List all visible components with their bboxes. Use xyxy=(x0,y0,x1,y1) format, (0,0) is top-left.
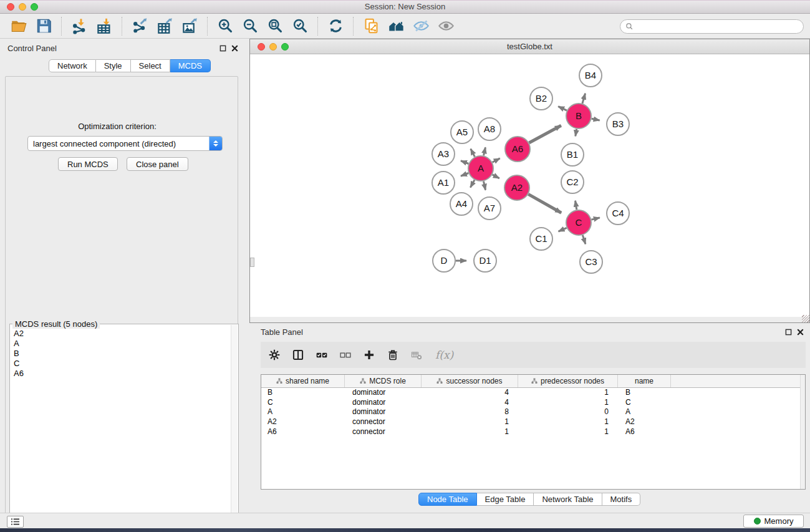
mcds-result-item[interactable]: C xyxy=(10,358,231,368)
table-cell[interactable]: 0 xyxy=(518,407,618,417)
graph-node-A6[interactable]: A6 xyxy=(505,137,530,162)
table-cell[interactable]: B xyxy=(618,388,671,398)
graph-node-A7[interactable]: A7 xyxy=(478,197,501,220)
function-builder-button[interactable]: f(x) xyxy=(432,349,453,361)
table-cell[interactable]: A6 xyxy=(618,427,671,437)
graph-node-C[interactable]: C xyxy=(566,210,591,235)
table-settings-button[interactable] xyxy=(266,346,283,364)
resize-corner-icon[interactable] xyxy=(802,315,809,322)
graph-node-A8[interactable]: A8 xyxy=(478,118,501,140)
graph-node-A[interactable]: A xyxy=(468,156,493,181)
graph-node-B1[interactable]: B1 xyxy=(561,143,584,166)
save-session-button[interactable] xyxy=(31,16,56,37)
mcds-result-item[interactable]: A xyxy=(10,338,231,348)
graph-edge-C-C1[interactable] xyxy=(559,228,567,231)
close-panel-button[interactable]: Close panel xyxy=(127,157,188,171)
table-cell[interactable]: 1 xyxy=(518,427,618,437)
float-panel-icon[interactable] xyxy=(219,45,226,52)
table-cell[interactable]: 1 xyxy=(422,427,518,437)
network-canvas[interactable]: AA5A8A3A1A4A7A6A2BB2B4B3B1CC2C4C1C3DD1 xyxy=(250,54,809,317)
graph-node-C4[interactable]: C4 xyxy=(607,202,629,225)
export-image-button[interactable] xyxy=(177,16,202,37)
table-row[interactable]: Bdominator41B xyxy=(261,388,805,398)
graph-edge-A-A3[interactable] xyxy=(461,161,468,164)
table-cell[interactable]: 8 xyxy=(422,407,518,417)
graph-edge-B-B2[interactable] xyxy=(558,107,567,110)
graph-edge-A-A4[interactable] xyxy=(470,180,475,187)
table-cell[interactable]: 1 xyxy=(518,398,618,408)
tab-style[interactable]: Style xyxy=(96,59,131,72)
run-mcds-button[interactable]: Run MCDS xyxy=(58,157,118,171)
unselect-all-columns-button[interactable] xyxy=(337,346,354,364)
memory-button[interactable]: Memory xyxy=(743,515,804,528)
graph-node-B2[interactable]: B2 xyxy=(530,87,552,110)
homes-button[interactable] xyxy=(383,16,408,37)
column-header-MCDS-role[interactable]: MCDS role xyxy=(345,375,422,387)
close-panel-icon[interactable] xyxy=(231,45,238,52)
mcds-result-item[interactable]: A2 xyxy=(10,328,231,338)
graph-edge-C-C4[interactable] xyxy=(591,218,599,220)
graph-node-D1[interactable]: D1 xyxy=(474,249,496,272)
table-cell[interactable]: A2 xyxy=(261,417,345,427)
table-cell[interactable]: connector xyxy=(345,417,422,427)
graph-node-C2[interactable]: C2 xyxy=(561,171,584,193)
import-network-button[interactable] xyxy=(67,16,92,37)
tab-select[interactable]: Select xyxy=(131,59,170,72)
graph-edge-B-B4[interactable] xyxy=(582,94,586,104)
table-cell[interactable]: B xyxy=(261,388,345,398)
graph-edge-A6-B[interactable] xyxy=(529,125,561,143)
export-table-button[interactable] xyxy=(152,16,177,37)
eye-button[interactable] xyxy=(433,16,458,37)
table-cell[interactable]: A6 xyxy=(261,427,345,437)
graph-node-A1[interactable]: A1 xyxy=(432,172,455,194)
graph-edge-B-B1[interactable] xyxy=(576,129,577,137)
table-row[interactable]: Adominator80A xyxy=(261,407,805,417)
graph-edge-A-A7[interactable] xyxy=(483,181,485,190)
table-cell[interactable]: C xyxy=(261,398,345,408)
tab-motifs[interactable]: Motifs xyxy=(602,493,641,506)
graph-node-B[interactable]: B xyxy=(566,104,591,128)
delete-columns-button[interactable] xyxy=(384,346,402,364)
graph-edge-A-A6[interactable] xyxy=(493,158,500,162)
graph-edge-A-A8[interactable] xyxy=(484,147,486,155)
network-graph[interactable]: AA5A8A3A1A4A7A6A2BB2B4B3B1CC2C4C1C3DD1 xyxy=(250,54,809,317)
zoom-selected-button[interactable] xyxy=(287,16,312,37)
table-cell[interactable]: 4 xyxy=(422,398,518,408)
tab-mcds[interactable]: MCDS xyxy=(170,59,211,72)
graph-edge-A-A1[interactable] xyxy=(461,173,468,177)
zoom-fit-button[interactable] xyxy=(263,16,287,37)
tab-edge-table[interactable]: Edge Table xyxy=(477,493,534,506)
graph-edge-B-B3[interactable] xyxy=(592,118,600,120)
network-window-titlebar[interactable]: testGlobe.txt xyxy=(250,39,809,54)
float-panel-icon[interactable] xyxy=(785,329,792,336)
task-history-button[interactable] xyxy=(7,516,24,528)
graph-edge-C-C2[interactable] xyxy=(576,201,577,210)
mcds-result-item[interactable]: A6 xyxy=(10,368,231,378)
table-cell[interactable]: C xyxy=(618,398,671,408)
table-row[interactable]: A6connector11A6 xyxy=(261,427,805,437)
graph-node-B4[interactable]: B4 xyxy=(579,64,602,87)
column-header-shared-name[interactable]: shared name xyxy=(261,375,345,387)
table-cell[interactable]: 1 xyxy=(422,417,518,427)
select-all-columns-button[interactable] xyxy=(313,346,330,364)
table-scrollbar[interactable] xyxy=(800,375,805,489)
graph-edge-C-C3[interactable] xyxy=(582,235,586,244)
table-cell[interactable]: 1 xyxy=(518,417,618,427)
criterion-dropdown[interactable]: largest connected component (directed) xyxy=(27,136,223,151)
table-cell[interactable]: 1 xyxy=(518,388,618,398)
graph-edge-A-A5[interactable] xyxy=(471,149,475,157)
zoom-out-button[interactable] xyxy=(238,16,263,37)
graph-node-A3[interactable]: A3 xyxy=(432,143,455,165)
open-file-button[interactable] xyxy=(6,16,31,37)
table-cell[interactable]: dominator xyxy=(345,398,422,408)
mcds-result-item[interactable]: B xyxy=(10,348,231,358)
delete-table-button[interactable] xyxy=(408,346,425,364)
graph-node-A4[interactable]: A4 xyxy=(450,193,473,215)
table-cell[interactable]: A xyxy=(261,407,345,417)
table-cell[interactable]: A2 xyxy=(618,417,671,427)
table-cell[interactable]: 4 xyxy=(422,388,518,398)
column-header-predecessor-nodes[interactable]: predecessor nodes xyxy=(518,375,618,387)
graph-node-A2[interactable]: A2 xyxy=(504,175,529,200)
table-cell[interactable]: dominator xyxy=(345,388,422,398)
import-table-button[interactable] xyxy=(92,16,117,37)
